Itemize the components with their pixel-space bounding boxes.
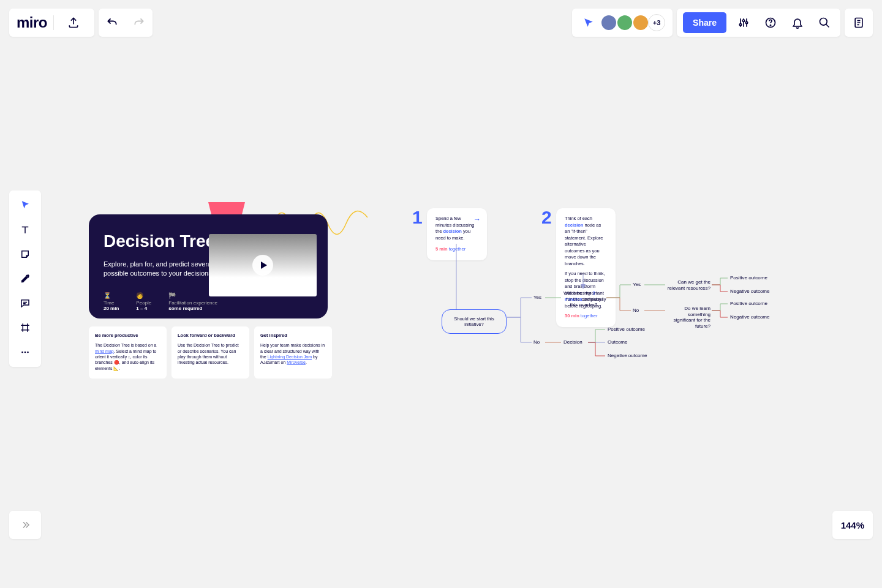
comment-tool[interactable] <box>9 291 41 315</box>
facilitation-label: Facilitation experience <box>168 300 217 306</box>
hero-subtitle: Explore, plan for, and predict several p… <box>104 260 214 279</box>
avatar-more[interactable]: +3 <box>648 14 665 31</box>
sticky-icon <box>20 249 31 260</box>
tip-card-productive[interactable]: Be more productive The Decision Tree is … <box>89 326 167 379</box>
frame-tool[interactable] <box>9 315 41 340</box>
cursor-follow-button[interactable] <box>579 9 598 37</box>
arrow-tool[interactable] <box>9 266 41 291</box>
people-value: 1 – 4 <box>136 306 147 311</box>
hero-video-thumbnail[interactable] <box>209 234 317 296</box>
text-tool[interactable] <box>9 217 41 242</box>
hero-card[interactable]: Decision Tree Explore, plan for, and pre… <box>89 214 328 318</box>
outcome-node[interactable]: Outcome <box>608 339 627 345</box>
step-highlight: decision <box>443 228 462 234</box>
positive-outcome[interactable]: Positive outcome <box>730 275 767 281</box>
help-icon <box>764 17 777 29</box>
root-question[interactable]: Should we start this initiative? <box>442 309 507 334</box>
tip-card-look[interactable]: Look forward or backward Use the Decisio… <box>172 326 249 379</box>
time-icon: ⏳ <box>104 292 119 299</box>
expand-button[interactable] <box>9 511 41 539</box>
chevron-right-icon <box>20 519 31 530</box>
negative-outcome[interactable]: Negative outcome <box>608 353 647 359</box>
undo-icon <box>106 17 118 29</box>
tip-body: Use the Decision Tree to predict or desc… <box>178 343 239 364</box>
search-icon <box>818 17 831 29</box>
positive-outcome[interactable]: Positive outcome <box>608 326 645 333</box>
step-2-card[interactable]: 2 Think of each decision node as an "if-… <box>556 208 616 327</box>
step-together: together <box>581 313 598 318</box>
negative-outcome[interactable]: Negative outcome <box>730 314 769 320</box>
collab-panel: +3 <box>572 9 673 37</box>
search-button[interactable] <box>811 9 838 37</box>
more-icon <box>20 347 31 358</box>
people-label: People <box>136 300 151 306</box>
mindmap-link[interactable]: mind map <box>95 349 114 353</box>
no-label[interactable]: No <box>533 339 540 345</box>
comment-icon <box>20 298 31 309</box>
learn-question[interactable]: Do we learn something significant for th… <box>666 306 710 329</box>
miroverse-link[interactable]: Miroverse <box>287 360 306 364</box>
svg-point-4 <box>770 25 771 26</box>
svg-point-8 <box>24 352 26 353</box>
avatar-1[interactable] <box>600 14 617 31</box>
no-label[interactable]: No <box>633 307 639 314</box>
more-tools[interactable] <box>9 340 41 364</box>
yes-label[interactable]: Yes <box>633 282 641 288</box>
step-highlight: decision <box>565 222 583 228</box>
step-text: Think of each <box>565 216 592 221</box>
notifications-button[interactable] <box>784 9 811 37</box>
app-logo[interactable]: miro <box>17 14 47 31</box>
decision-node[interactable]: Decision <box>564 339 582 345</box>
sticky-tool[interactable] <box>9 242 41 266</box>
facilitation-value: some required <box>168 306 202 311</box>
tip-body: The Decision Tree is based on a <box>95 343 156 347</box>
share-button[interactable]: Share <box>683 12 726 33</box>
cursor-icon <box>583 17 594 28</box>
negative-outcome[interactable]: Negative outcome <box>730 288 769 295</box>
step-text: node as an "if-then" statement. Explore … <box>565 222 603 266</box>
tip-card-inspired[interactable]: Get inspired Help your team make decisio… <box>254 326 332 379</box>
avatar-3[interactable] <box>632 14 649 31</box>
tip-title: Get inspired <box>260 333 326 339</box>
step-time: 5 min <box>435 246 448 252</box>
undo-button[interactable] <box>99 9 126 37</box>
tip-title: Look forward or backward <box>178 333 243 339</box>
svg-point-1 <box>742 20 744 21</box>
logo-panel: miro <box>9 9 94 37</box>
time-label: Time <box>104 300 114 306</box>
left-toolbar <box>9 190 41 367</box>
avatar-2[interactable] <box>616 14 633 31</box>
lightning-link[interactable]: Lightning Decision Jam <box>268 355 312 359</box>
resources-question[interactable]: Can we get the relevant resources? <box>666 279 710 291</box>
svg-point-7 <box>21 352 23 353</box>
tip-title: Be more productive <box>95 333 160 339</box>
redo-icon <box>133 17 145 29</box>
notes-button[interactable] <box>845 9 873 37</box>
export-icon <box>67 17 80 29</box>
svg-point-0 <box>739 24 741 26</box>
redo-button[interactable] <box>126 9 153 37</box>
text-icon <box>20 224 31 235</box>
step-1-card[interactable]: 1 → Spend a few minutes discussing the d… <box>427 208 487 260</box>
sliders-icon <box>737 17 750 29</box>
step-time: 30 min <box>565 313 579 318</box>
importance-question[interactable]: Will it be important for the company thi… <box>562 290 605 308</box>
help-button[interactable] <box>757 9 784 37</box>
svg-point-2 <box>745 21 747 23</box>
history-panel <box>99 9 153 37</box>
step-number: 2 <box>541 205 552 230</box>
divider <box>53 15 54 30</box>
export-button[interactable] <box>60 9 87 37</box>
settings-button[interactable] <box>730 9 757 37</box>
arrow-icon <box>20 273 31 284</box>
tip-body: . <box>306 360 307 364</box>
select-tool[interactable] <box>9 193 41 217</box>
people-icon: 🧑 <box>136 292 151 299</box>
right-tools-panel: Share <box>677 9 840 37</box>
time-value: 20 min <box>104 306 119 311</box>
yes-label[interactable]: Yes <box>533 295 541 301</box>
svg-point-5 <box>820 18 827 26</box>
frame-icon <box>20 322 31 333</box>
zoom-level[interactable]: 144% <box>832 511 873 539</box>
positive-outcome[interactable]: Positive outcome <box>730 301 767 307</box>
